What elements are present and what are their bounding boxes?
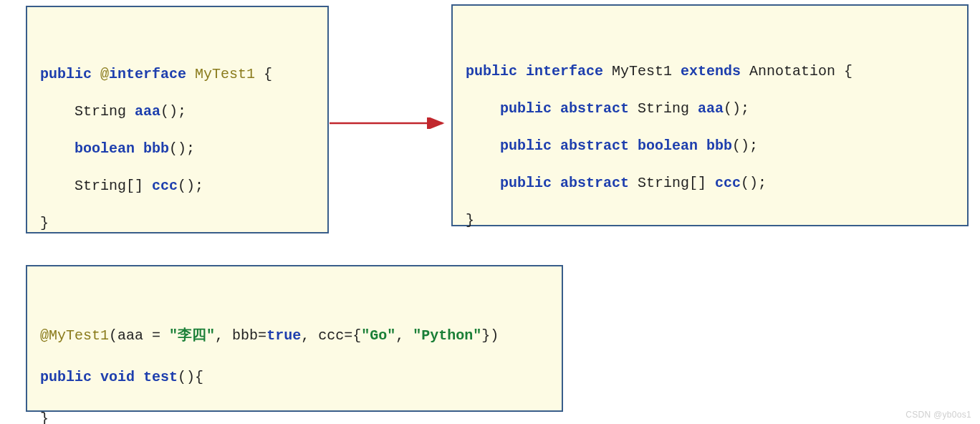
- parens: ();: [169, 140, 195, 157]
- brace-close: }: [40, 215, 49, 231]
- type-string: String: [75, 103, 135, 120]
- fn-test: test: [135, 369, 178, 385]
- kw-abstract: abstract: [552, 138, 629, 154]
- parens: ();: [178, 178, 203, 194]
- type-name: MyTest1: [603, 63, 672, 80]
- kw-public: public: [500, 100, 552, 117]
- indent: [40, 178, 75, 194]
- lit-true: true: [266, 327, 301, 344]
- kw-public: public: [500, 138, 552, 154]
- code-box-usage: @MyTest1(aaa = "李四", bbb=true, ccc={"Go"…: [26, 265, 563, 412]
- code-box-interface-decl: public interface MyTest1 extends Annotat…: [451, 4, 969, 226]
- brace-close: }: [40, 410, 49, 424]
- fn-ccc: ccc: [152, 178, 178, 194]
- indent: [40, 103, 75, 120]
- indent: [466, 138, 500, 154]
- type-boolean: boolean: [75, 140, 143, 157]
- arrow-right-icon: [330, 117, 451, 129]
- annotation-use: @MyTest1: [40, 327, 109, 344]
- kw-public: public: [500, 175, 552, 191]
- kw-void: void: [92, 369, 135, 385]
- close: }): [481, 327, 499, 344]
- brace-open: {: [264, 66, 272, 82]
- brace-open: {: [844, 63, 852, 80]
- comma: ,: [301, 327, 318, 344]
- parens: ();: [160, 103, 186, 120]
- eq: =: [258, 327, 266, 344]
- kw-public: public: [466, 63, 517, 80]
- type-name: MyTest1: [186, 66, 264, 82]
- type-annotation: Annotation: [741, 63, 844, 80]
- brace-open: {: [352, 327, 361, 344]
- code-box-annotation-decl: public @interface MyTest1 { String aaa()…: [26, 6, 329, 233]
- param-aaa: aaa: [117, 327, 143, 344]
- comma: ,: [395, 327, 413, 344]
- type-string-arr: String[]: [629, 175, 715, 191]
- paren-open: (: [109, 327, 117, 344]
- str-lisi: "李四": [169, 327, 215, 344]
- str-python: "Python": [413, 327, 481, 344]
- watermark: CSDN @yb0os1: [905, 410, 971, 420]
- fn-aaa: aaa: [698, 100, 724, 117]
- kw-extends: extends: [672, 63, 741, 80]
- param-ccc: ccc: [318, 327, 344, 344]
- parens: ();: [741, 175, 767, 191]
- str-go: "Go": [361, 327, 395, 344]
- indent: [466, 175, 500, 191]
- type-string-arr: String[]: [75, 178, 152, 194]
- kw-interface: interface: [109, 66, 186, 82]
- parens: ();: [724, 100, 749, 117]
- kw-abstract: abstract: [552, 100, 629, 117]
- fn-ccc: ccc: [715, 175, 741, 191]
- kw-public: public: [40, 369, 92, 385]
- kw-interface: interface: [517, 63, 603, 80]
- parens-brace: (){: [178, 369, 203, 385]
- kw-abstract: abstract: [552, 175, 629, 191]
- fn-bbb: bbb: [143, 140, 169, 157]
- kw-public: public: [40, 66, 92, 82]
- parens: ();: [732, 138, 758, 154]
- type-boolean: boolean: [629, 138, 706, 154]
- type-string: String: [629, 100, 698, 117]
- brace-close: }: [466, 212, 474, 228]
- fn-bbb: bbb: [706, 138, 732, 154]
- comma: ,: [215, 327, 232, 344]
- fn-aaa: aaa: [135, 103, 160, 120]
- indent: [466, 100, 500, 117]
- param-bbb: bbb: [232, 327, 258, 344]
- eq: =: [344, 327, 352, 344]
- indent: [40, 140, 75, 157]
- eq: =: [143, 327, 169, 344]
- at-symbol: @: [100, 66, 109, 82]
- space: [92, 66, 100, 82]
